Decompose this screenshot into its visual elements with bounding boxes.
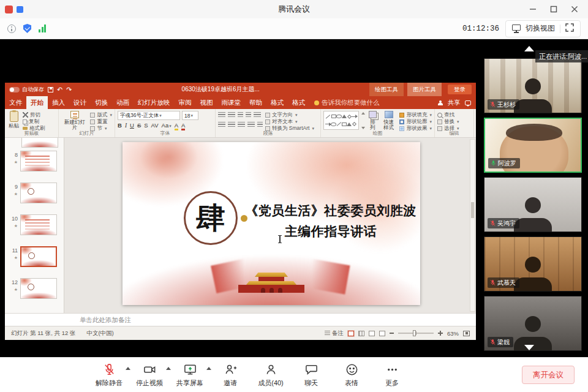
character-spacing-button[interactable]: AV [151, 122, 159, 129]
pin-icon[interactable] [17, 6, 23, 13]
switch-view-button[interactable]: 切换视图 [526, 23, 555, 34]
tell-me-search[interactable]: 告诉我你想要做什么 [314, 96, 380, 109]
ppt-tab-insert[interactable]: 插入 [48, 96, 69, 109]
emoji-button[interactable]: 表情 [338, 362, 365, 388]
share-options-caret[interactable] [206, 367, 211, 370]
zoom-slider[interactable] [398, 333, 434, 334]
language-indicator[interactable]: 中文(中国) [86, 330, 113, 337]
comments-icon[interactable] [465, 100, 471, 105]
zoom-out-button[interactable] [390, 333, 394, 334]
numbering-icon[interactable] [228, 112, 235, 118]
text-direction-button[interactable]: 文字方向 [265, 111, 314, 118]
fullscreen-button[interactable] [565, 23, 574, 34]
members-button[interactable]: 成员(40) [257, 362, 284, 388]
save-icon[interactable] [48, 87, 53, 92]
slide-thumbnail-8[interactable]: 8 [5, 149, 64, 181]
undo-icon[interactable]: ↶ [57, 86, 62, 93]
arrange-button[interactable]: 排列 [368, 111, 378, 130]
slide-scrollbar[interactable] [470, 139, 475, 312]
normal-view-button[interactable] [348, 331, 354, 336]
share-screen-button[interactable]: 共享屏幕 [176, 362, 203, 388]
layout-button[interactable]: 版式 [90, 111, 112, 118]
ppt-tab-design[interactable]: 设计 [69, 96, 91, 109]
slide-sorter-view-button[interactable] [358, 331, 364, 336]
strikethrough-button[interactable]: S [137, 122, 141, 129]
slide-title-text[interactable]: 《党员生活》社委委员刘胜波 主编作指导讲话 [243, 200, 419, 242]
reset-button[interactable]: 重置 [90, 118, 112, 125]
copy-button[interactable]: 复制 [23, 118, 45, 125]
autosave-switch-icon[interactable] [9, 87, 20, 92]
zoom-in-button[interactable] [438, 331, 443, 336]
drawing-tools-context-tab[interactable]: 绘图工具 [369, 83, 404, 96]
shapes-gallery-scroll[interactable] [361, 111, 365, 130]
autosave-toggle[interactable]: 自动保存 [9, 86, 44, 94]
shape-fill-button[interactable]: 形状填充 [399, 111, 432, 118]
ppt-tab-format-picture[interactable]: 格式 [288, 96, 309, 109]
collapse-panel-up-icon[interactable] [524, 46, 534, 51]
font-name-select[interactable]: 字魂36号-正文体 [118, 111, 180, 120]
collapse-panel-down-icon[interactable] [524, 345, 534, 350]
close-button[interactable] [566, 2, 583, 16]
text-shadow-button[interactable]: S [144, 122, 148, 129]
align-center-icon[interactable] [228, 122, 235, 128]
slide-thumbnail-12[interactable]: 12 [5, 276, 64, 308]
slideshow-view-button[interactable] [379, 331, 385, 336]
participant-video-1[interactable]: 王杉杉 [484, 58, 582, 113]
stop-video-button[interactable]: 停止视频 [136, 362, 163, 388]
scrollbar-thumb[interactable] [471, 202, 474, 218]
underline-button[interactable]: U [130, 122, 134, 129]
picture-tools-context-tab[interactable]: 图片工具 [407, 83, 442, 96]
slide-thumbnail-7[interactable] [5, 138, 64, 149]
slide-thumbnail-11-selected[interactable]: 11 [5, 244, 64, 276]
increase-indent-icon[interactable] [246, 112, 251, 118]
participant-video-4[interactable]: 武慕天 [484, 236, 582, 292]
unmute-button[interactable]: 解除静音 [96, 362, 123, 388]
font-size-select[interactable]: 18 [182, 111, 198, 120]
align-left-icon[interactable] [218, 122, 225, 128]
meeting-info-icon[interactable] [7, 24, 16, 33]
decrease-indent-icon[interactable] [238, 112, 243, 118]
italic-button[interactable]: I [125, 123, 127, 129]
more-button[interactable]: 更多 [379, 362, 405, 388]
font-color-button[interactable]: A [181, 123, 185, 130]
quick-styles-button[interactable]: 快速样式 [380, 111, 397, 130]
new-slide-button[interactable]: 新建幻灯片 [61, 111, 88, 130]
participant-video-2-speaking[interactable]: 阿波罗 [484, 118, 582, 173]
participant-video-5[interactable]: 梁靓 [484, 296, 582, 351]
leave-meeting-button[interactable]: 离开会议 [522, 366, 575, 384]
current-slide[interactable]: 肆 《党员生活》社委委员刘胜波 主编作指导讲话 [123, 142, 420, 305]
zoom-slider-thumb[interactable] [413, 330, 416, 336]
ppt-tab-slideshow[interactable]: 幻灯片放映 [134, 96, 175, 109]
ppt-tab-view[interactable]: 视图 [196, 96, 217, 109]
ppt-tab-transitions[interactable]: 切换 [91, 96, 112, 109]
paste-button[interactable]: 粘贴 [7, 111, 20, 130]
notes-pane[interactable]: 单击此处添加备注 [5, 313, 476, 326]
ppt-tab-animations[interactable]: 动画 [112, 96, 134, 109]
minimize-button[interactable] [524, 2, 541, 16]
change-case-button[interactable]: Aa [162, 122, 172, 129]
zoom-level[interactable]: 63% [447, 330, 459, 337]
highlight-color-button[interactable]: A [175, 123, 178, 130]
video-options-caret[interactable] [166, 367, 171, 370]
unmute-options-caret[interactable] [126, 367, 130, 370]
maximize-button[interactable] [545, 2, 562, 16]
replace-button[interactable]: 替换 [437, 118, 459, 125]
slide-editing-area[interactable]: 肆 《党员生活》社委委员刘胜波 主编作指导讲话 [64, 138, 476, 313]
find-button[interactable]: 查找 [437, 111, 459, 118]
section-number-circle[interactable]: 肆 [184, 191, 238, 245]
bullets-icon[interactable] [218, 112, 225, 118]
reading-view-button[interactable] [369, 331, 375, 336]
ppt-share-button[interactable]: 共享 [448, 99, 460, 107]
columns-icon[interactable] [257, 122, 263, 128]
ppt-tab-home[interactable]: 开始 [26, 96, 48, 109]
justify-icon[interactable] [247, 122, 255, 128]
login-button[interactable]: 登录 [448, 85, 472, 94]
ppt-tab-format-drawing[interactable]: 格式 [266, 96, 288, 109]
bold-button[interactable]: B [118, 122, 122, 129]
participant-video-3[interactable]: 吴鸿宇 [484, 177, 582, 232]
ppt-tab-help[interactable]: 帮助 [245, 96, 266, 109]
ppt-tab-rainclassroom[interactable]: 雨课堂 [217, 96, 246, 109]
align-right-icon[interactable] [238, 122, 245, 128]
slide-thumbnail-9[interactable]: 9 [5, 181, 64, 213]
ppt-tab-file[interactable]: 文件 [5, 96, 26, 109]
